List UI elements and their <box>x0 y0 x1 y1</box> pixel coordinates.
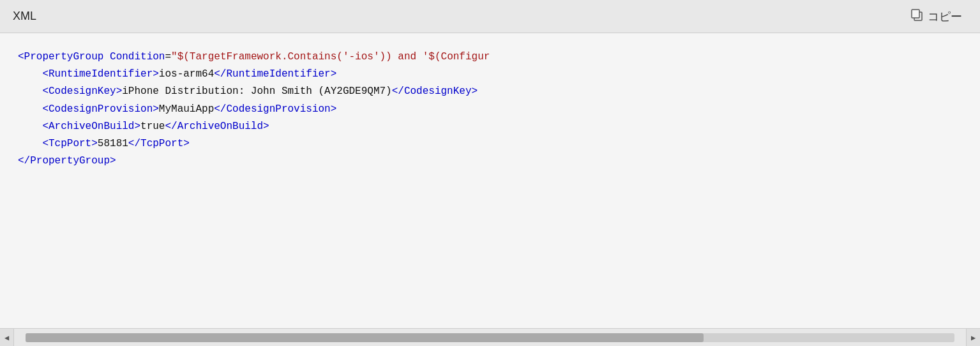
code-line-7: </PropertyGroup> <box>18 153 962 170</box>
xml-code: <PropertyGroup Condition="$(TargetFramew… <box>18 49 962 170</box>
scroll-right-arrow: ▶ <box>971 333 976 343</box>
tag-propertygroup-open: <PropertyGroup <box>18 51 103 63</box>
scroll-right-button[interactable]: ▶ <box>966 329 980 346</box>
code-content: <PropertyGroup Condition="$(TargetFramew… <box>0 33 980 328</box>
scroll-left-button[interactable]: ◀ <box>0 329 14 346</box>
code-line-6: <TcpPort>58181</TcpPort> <box>18 135 962 153</box>
panel-title: XML <box>13 10 36 23</box>
code-line-4: <CodesignProvision>MyMauiApp</CodesignPr… <box>18 101 962 118</box>
scroll-left-arrow: ◀ <box>4 333 9 343</box>
copy-label: コピー <box>928 9 962 24</box>
copy-icon <box>910 8 924 25</box>
xml-viewer: XML コピー <PropertyGroup Condition="$(Targ… <box>0 0 980 346</box>
code-line-3: <CodesignKey>iPhone Distribution: John S… <box>18 83 962 100</box>
code-line-1: <PropertyGroup Condition="$(TargetFramew… <box>18 49 962 66</box>
code-line-5: <ArchiveOnBuild>true</ArchiveOnBuild> <box>18 118 962 135</box>
svg-rect-1 <box>912 10 919 18</box>
scroll-track[interactable] <box>26 333 954 342</box>
header-bar: XML コピー <box>0 0 980 33</box>
code-line-2: <RuntimeIdentifier>ios-arm64</RuntimeIde… <box>18 66 962 83</box>
horizontal-scrollbar: ◀ ▶ <box>0 328 980 346</box>
copy-button[interactable]: コピー <box>905 5 967 27</box>
scroll-thumb[interactable] <box>26 333 704 342</box>
